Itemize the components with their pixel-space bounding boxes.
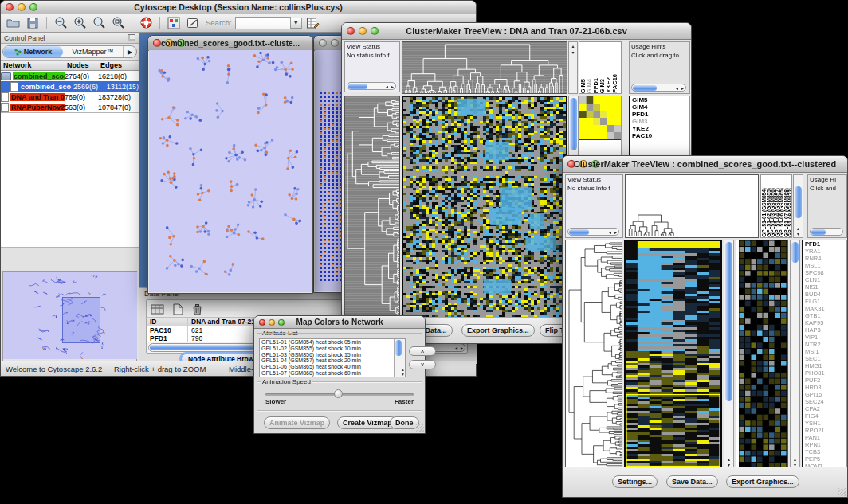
zoom-icon[interactable] bbox=[591, 160, 599, 168]
scrollbar-thumb[interactable] bbox=[569, 229, 589, 235]
attribute-item[interactable]: GPL51-02 (GSM855) heat shock 10 min bbox=[260, 346, 405, 352]
network-canvas-area[interactable] bbox=[149, 50, 312, 292]
scroll-right-arrow[interactable]: ▸ bbox=[681, 85, 684, 91]
tv2-status-hscrollbar[interactable]: ◂ ▸ bbox=[567, 228, 619, 236]
slider-thumb[interactable] bbox=[334, 389, 343, 398]
delete-attribute-icon[interactable] bbox=[190, 302, 204, 316]
scroll-right-arrow[interactable]: ▸ bbox=[614, 229, 617, 235]
tv1-column-dendrogram[interactable] bbox=[402, 41, 567, 94]
vizmapper-icon[interactable] bbox=[166, 15, 182, 30]
tv2-usage-hscrollbar[interactable] bbox=[810, 228, 843, 236]
close-icon[interactable] bbox=[259, 319, 265, 326]
move-up-button[interactable]: ∧ bbox=[409, 346, 436, 356]
gene-label[interactable]: KAP95 bbox=[805, 319, 846, 326]
gene-label[interactable]: PAN1 bbox=[805, 434, 846, 441]
close-icon[interactable] bbox=[153, 39, 161, 47]
attribute-item[interactable]: GPL51-07 (GSM868) heat shock 60 min bbox=[260, 370, 405, 377]
gene-label[interactable]: SPC98 bbox=[805, 269, 846, 276]
gene-label[interactable]: RPO21 bbox=[805, 427, 846, 434]
tv2-row-dendrogram[interactable] bbox=[565, 240, 622, 469]
move-down-button[interactable]: ∨ bbox=[409, 360, 436, 369]
create-vizmap-button[interactable]: Create Vizmap bbox=[337, 416, 398, 429]
gene-label[interactable]: MSL1 bbox=[805, 262, 846, 269]
tv1-dendro-scroll-arrows[interactable]: ▴ ▾ bbox=[568, 41, 578, 94]
scrollbar-thumb[interactable] bbox=[725, 242, 732, 401]
gene-label[interactable]: PEP5 bbox=[805, 455, 846, 463]
select-attributes-icon[interactable] bbox=[150, 302, 166, 316]
tv1-row-label[interactable]: PAC10 bbox=[632, 132, 689, 139]
scroll-right-arrow[interactable]: ▸ bbox=[461, 345, 463, 350]
attribute-item[interactable]: GPL51-04 (GSM857) heat shock 20 min bbox=[260, 357, 405, 364]
close-icon[interactable] bbox=[567, 160, 575, 168]
gene-label[interactable]: CLN1 bbox=[805, 276, 846, 283]
gene-label[interactable]: NIS1 bbox=[805, 283, 846, 291]
search-dropdown-icon[interactable]: ▼ bbox=[291, 18, 302, 29]
col-id[interactable]: ID bbox=[147, 318, 188, 326]
create-attribute-icon[interactable] bbox=[171, 302, 185, 316]
gene-label[interactable]: GTB1 bbox=[805, 312, 846, 319]
gene-label[interactable]: PHO81 bbox=[805, 369, 846, 377]
gene-label[interactable]: YRA1 bbox=[805, 248, 846, 255]
scrollbar-thumb[interactable] bbox=[791, 242, 799, 263]
save-icon[interactable] bbox=[25, 15, 41, 30]
col-network[interactable]: Network bbox=[1, 61, 65, 69]
gene-label[interactable]: HAP3 bbox=[805, 326, 846, 334]
gene-label[interactable]: YSH1 bbox=[805, 420, 846, 427]
float-panel-icon[interactable] bbox=[128, 34, 135, 41]
network-table-row[interactable]: DNA and Tran 07769(0)183728(0) bbox=[1, 92, 139, 102]
animate-vizmap-button[interactable]: Animate Vizmap bbox=[264, 416, 330, 429]
minimize-icon[interactable] bbox=[18, 3, 26, 11]
help-ring-icon[interactable] bbox=[138, 15, 154, 30]
tv2-heatmap[interactable] bbox=[624, 240, 722, 469]
tv1-row-label[interactable]: GIM5 bbox=[632, 96, 689, 104]
network-table-row[interactable]: combined_sco2569(6)13112(15) bbox=[1, 81, 139, 92]
scroll-left-arrow[interactable]: ◂ bbox=[455, 345, 457, 350]
scrollbar-thumb[interactable] bbox=[811, 229, 826, 235]
zoom-selected-icon[interactable] bbox=[110, 15, 126, 30]
open-folder-icon[interactable] bbox=[6, 15, 22, 30]
gene-label[interactable]: PFD1 bbox=[805, 240, 846, 248]
zoom-fit-icon[interactable] bbox=[91, 15, 107, 30]
gene-label[interactable]: GPI16 bbox=[805, 391, 846, 398]
scroll-down-arrow[interactable]: ▾ bbox=[569, 50, 577, 56]
tv2-gene-list[interactable]: PFD1YRA1RNR4MSL1SPC98CLN1NIS1BUD4ELG1MAK… bbox=[802, 240, 847, 469]
gene-label[interactable]: HMG1 bbox=[805, 362, 846, 369]
settings-button[interactable]: Settings... bbox=[612, 475, 658, 488]
attribute-list[interactable]: GPL51-01 (GSM854) heat shock 05 minGPL51… bbox=[259, 338, 406, 377]
attribute-item[interactable]: GPL51-06 (GSM865) heat shock 40 min bbox=[260, 364, 405, 370]
gene-label[interactable]: TCB3 bbox=[805, 448, 846, 455]
gene-label[interactable]: NTR2 bbox=[805, 341, 846, 348]
search-input[interactable] bbox=[235, 17, 291, 29]
done-button[interactable]: Done bbox=[390, 416, 419, 429]
save-data-button[interactable]: Save Data... bbox=[666, 475, 718, 488]
gene-label[interactable]: MSI1 bbox=[805, 348, 846, 355]
gene-label[interactable]: PUF3 bbox=[805, 377, 846, 384]
tab-network[interactable]: Network bbox=[3, 46, 63, 57]
tv2-zoom-heatmap[interactable] bbox=[736, 240, 788, 469]
table-edit-icon[interactable] bbox=[305, 15, 321, 30]
tv1-usage-hscrollbar[interactable]: ◂ ▸ bbox=[631, 84, 686, 92]
gene-label[interactable]: SEC24 bbox=[805, 398, 846, 405]
tab-vizmapper[interactable]: VizMapper™ bbox=[63, 46, 123, 57]
minimize-icon[interactable] bbox=[165, 39, 173, 47]
gene-label[interactable]: CPA2 bbox=[805, 405, 846, 412]
minimize-icon[interactable] bbox=[359, 27, 367, 35]
tv2-collabel-vscrollbar[interactable]: ▴▾ bbox=[793, 174, 803, 238]
annotation-icon[interactable] bbox=[185, 15, 201, 30]
network-view-titlebar[interactable]: combined_scores_good.txt--cluste... bbox=[148, 36, 312, 51]
zoom-icon[interactable] bbox=[278, 319, 285, 326]
scrollbar-thumb[interactable] bbox=[633, 85, 657, 91]
gene-label[interactable]: MAK31 bbox=[805, 305, 846, 312]
tab-overflow-arrow[interactable]: ▶ bbox=[123, 46, 136, 57]
zoom-icon[interactable] bbox=[371, 27, 379, 35]
attribute-list-vscrollbar[interactable]: ▴▾ bbox=[394, 339, 405, 377]
main-titlebar[interactable]: Cytoscape Desktop (Session Name: collins… bbox=[1, 1, 476, 14]
animation-speed-slider[interactable] bbox=[265, 393, 414, 396]
tv2-titlebar[interactable]: ClusterMaker TreeView : combined_scores_… bbox=[563, 156, 847, 173]
tv2-column-dendrogram[interactable] bbox=[625, 174, 759, 238]
scroll-right-arrow[interactable]: ▸ bbox=[391, 84, 394, 89]
resize-grip[interactable] bbox=[838, 488, 846, 496]
network-tree-empty-area[interactable] bbox=[1, 112, 139, 248]
gene-label[interactable]: HRD3 bbox=[805, 384, 846, 391]
gene-label[interactable]: RPN1 bbox=[805, 441, 846, 448]
